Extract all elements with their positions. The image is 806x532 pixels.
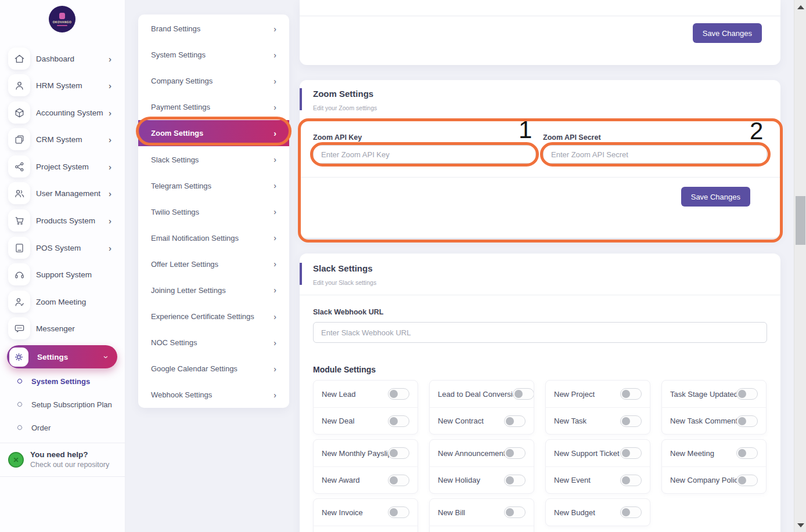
scrollbar-thumb[interactable] [796,196,805,245]
module-label: New Deal [322,417,354,425]
slack-settings-card: Slack Settings Edit your Slack settings … [300,254,780,532]
sidebar-item-dashboard[interactable]: Dashboard › [0,45,125,72]
sidebar-subitem-label: Order [31,424,51,432]
zoom-api-key-input[interactable] [313,145,536,164]
sidebar-item-zoom-meeting[interactable]: Zoom Meeting [0,288,125,315]
section-title: Zoom Settings [313,89,373,99]
sidebar-subitem-label: Setup Subscription Plan [31,400,112,409]
menu-item-slack-settings[interactable]: Slack Settings› [138,146,289,172]
sidebar-item-crm-system[interactable]: CRM System › [0,126,125,153]
module-cell-new-invoice: New Invoice [314,499,418,526]
gear-icon [9,348,28,367]
module-label: New Event [554,476,591,484]
module-cell-new-project: New Project [546,381,650,407]
sidebar-item-products-system[interactable]: Products System › [0,207,125,234]
toggle-switch[interactable] [504,415,526,427]
sidebar-item-messenger[interactable]: Messenger [0,315,125,342]
menu-item-label: Email Notification Settings [151,234,239,243]
toggle-switch[interactable] [620,475,642,486]
menu-item-joining-letter-settings[interactable]: Joining Letter Settings› [138,277,289,303]
zoom-settings-card: Zoom Settings Edit your Zoom settings Zo… [300,80,780,238]
menu-item-system-settings[interactable]: System Settings› [138,42,289,68]
menu-item-brand-settings[interactable]: Brand Settings› [138,16,289,42]
company-logo[interactable]: OKOVANGO [49,6,75,32]
chevron-right-icon: › [274,24,276,34]
zoom-api-secret-input[interactable] [543,145,767,164]
toggle-knob [738,476,746,484]
module-cell-task-stage-updated: Task Stage Updated [662,381,766,407]
toggle-switch[interactable] [736,447,758,459]
module-label: New Task Comment [670,417,737,425]
box-icon [8,102,30,124]
save-changes-button[interactable]: Save Changes [681,187,750,207]
menu-item-zoom-settings[interactable]: Zoom Settings› [138,120,289,146]
sidebar-item-settings[interactable]: Settings › [7,345,117,368]
chevron-right-icon: › [274,77,276,86]
menu-item-noc-settings[interactable]: NOC Settings› [138,330,289,356]
sidebar-item-support-system[interactable]: Support System [0,261,125,288]
toggle-switch[interactable] [504,447,526,459]
sidebar-item-hrm-system[interactable]: HRM System › [0,72,125,99]
toggle-switch[interactable] [620,447,642,459]
module-label: New Lead [322,390,356,399]
chevron-right-icon: › [109,135,111,144]
module-label: New Budget [554,508,595,517]
vertical-scrollbar[interactable] [794,0,806,532]
toggle-switch[interactable] [736,475,758,486]
sidebar-subitem-system-settings[interactable]: System Settings [0,372,125,390]
toggle-switch[interactable] [620,506,642,518]
menu-item-experience-certificate-settings[interactable]: Experience Certificate Settings› [138,303,289,330]
menu-item-label: Twilio Settings [151,208,199,216]
toggle-switch[interactable] [388,388,409,400]
sidebar-item-label: User Management [36,189,100,198]
chevron-right-icon: › [109,108,111,117]
module-card: Lead to Deal Conversion New Contract [429,380,534,435]
cross-glyph: ✕ [13,456,19,464]
menu-item-webhook-settings[interactable]: Webhook Settings› [138,382,289,408]
menu-item-label: System Settings [151,50,206,59]
sidebar-item-pos-system[interactable]: POS System › [0,234,125,261]
divider [300,177,780,178]
sidebar-item-accounting-system[interactable]: Accounting System › [0,99,125,126]
module-cell-new-task: New Task [546,407,650,434]
menu-item-payment-settings[interactable]: Payment Settings› [138,94,289,120]
toggle-switch[interactable] [504,506,526,518]
module-cell-new-award: New Award [314,466,418,493]
scroll-down-arrow-icon[interactable] [797,523,804,527]
slack-webhook-url-input[interactable] [313,322,767,343]
menu-item-email-notification-settings[interactable]: Email Notification Settings› [138,225,289,251]
sidebar-item-label: CRM System [36,135,82,144]
module-label: New Invoice [322,508,363,517]
module-label: New Announcement [438,449,505,458]
toggle-switch[interactable] [736,415,758,427]
menu-item-telegram-settings[interactable]: Telegram Settings› [138,173,289,199]
toggle-switch[interactable] [504,475,526,486]
toggle-switch[interactable] [388,475,409,486]
sidebar-item-label: Zoom Meeting [36,298,86,306]
chat-icon [8,317,30,339]
help-repository-link[interactable]: Check out our repository [30,461,109,469]
toggle-switch[interactable] [620,415,642,427]
menu-item-twilio-settings[interactable]: Twilio Settings› [138,199,289,225]
app-screen: OKOVANGO Dashboard › HRM System › Accoun… [0,0,806,532]
section-accent-bar [300,88,302,110]
sidebar-item-project-system[interactable]: Project System › [0,153,125,180]
module-row: New Invoice New Bill New Budget [313,498,767,532]
toggle-switch[interactable] [388,415,409,427]
toggle-switch[interactable] [388,447,409,459]
toggle-switch[interactable] [388,506,409,518]
sidebar-item-user-management[interactable]: User Management › [0,180,125,207]
toggle-switch[interactable] [736,388,758,400]
menu-item-label: Company Settings [151,77,213,85]
menu-item-offer-letter-settings[interactable]: Offer Letter Settings› [138,251,289,277]
sidebar-subitem-setup-subscription-plan[interactable]: Setup Subscription Plan [0,396,125,413]
sidebar-subitem-order[interactable]: Order [0,419,125,436]
scroll-up-arrow-icon[interactable] [797,5,804,9]
save-changes-button[interactable]: Save Changes [693,23,762,43]
toggle-knob [738,417,746,425]
toggle-knob [738,449,746,457]
menu-item-google-calendar-settings[interactable]: Google Calendar Settings› [138,356,289,382]
toggle-switch[interactable] [620,388,642,400]
toggle-switch[interactable] [513,388,534,400]
menu-item-company-settings[interactable]: Company Settings› [138,68,289,94]
